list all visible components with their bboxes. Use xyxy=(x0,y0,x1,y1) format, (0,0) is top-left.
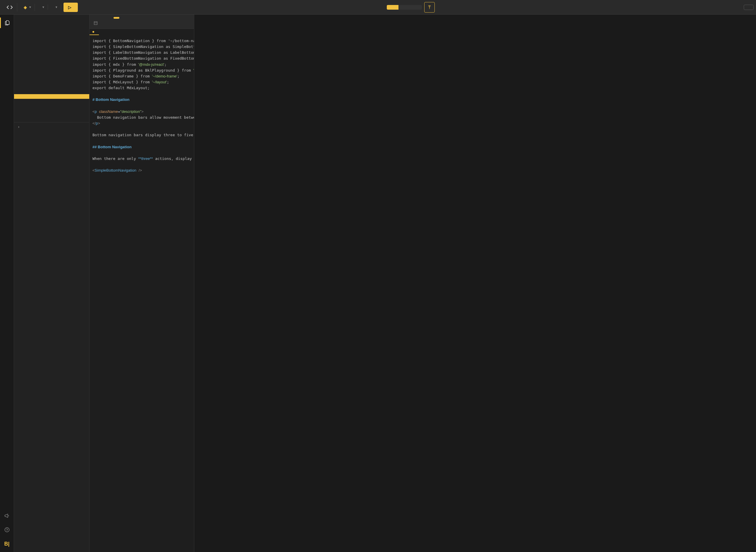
chevron-down-icon: ▼ xyxy=(55,6,58,9)
files-rail-button[interactable] xyxy=(2,17,12,28)
modified-indicator-icon xyxy=(92,31,94,33)
chevron-right-icon: › xyxy=(18,125,19,129)
diamond-icon: ◈ xyxy=(24,5,27,10)
megaphone-icon xyxy=(4,513,10,519)
activity-rail: B| xyxy=(0,15,14,552)
sidebar-item-typography[interactable] xyxy=(14,33,89,38)
svg-rect-3 xyxy=(94,22,97,25)
branch-selector[interactable]: ▼ xyxy=(50,4,61,10)
chevron-down-icon: ▼ xyxy=(29,6,31,9)
sidebar-item-app-bar[interactable] xyxy=(14,76,89,80)
tab-code[interactable] xyxy=(387,5,399,10)
play-icon: ▷ xyxy=(68,5,72,10)
help-icon xyxy=(4,527,10,533)
announce-rail-button[interactable] xyxy=(2,511,12,521)
sidebar-item-card[interactable] xyxy=(14,80,89,85)
sidebar: › xyxy=(14,15,90,552)
section-surfaces xyxy=(14,66,89,71)
sidebar-item-dialog[interactable] xyxy=(14,52,89,57)
topbar: ◈ ▼ ▼ ▼ ▷ xyxy=(0,0,756,15)
sidebar-item-accordion[interactable] xyxy=(14,71,89,76)
start-button[interactable]: ▷ xyxy=(64,3,78,12)
podcast-icon xyxy=(427,5,432,10)
sidebar-item-drawer[interactable] xyxy=(14,104,89,108)
code-editor[interactable]: import { BottomNavigation } from '~/bott… xyxy=(90,35,194,552)
breadcrumb-stories[interactable] xyxy=(100,17,105,19)
sidebar-item-pagination[interactable] xyxy=(14,118,89,122)
svg-point-2 xyxy=(7,531,7,531)
breadcrumb-doc[interactable] xyxy=(114,17,119,19)
design-system-selector[interactable]: ▼ xyxy=(37,4,48,10)
logo-button[interactable] xyxy=(2,3,17,12)
tab-review[interactable] xyxy=(399,5,410,10)
chevron-down-icon: ▼ xyxy=(42,6,45,9)
view-mode-tabs xyxy=(387,5,422,10)
workspace-selector[interactable]: ◈ ▼ xyxy=(20,4,35,11)
sidebar-item-link[interactable] xyxy=(14,108,89,113)
sidebar-item-list[interactable] xyxy=(14,19,89,24)
sidebar-item-backdrop[interactable] xyxy=(14,47,89,52)
sidebar-item-tooltip[interactable] xyxy=(14,29,89,33)
sidebar-item-bottom-navigation[interactable] xyxy=(14,94,89,99)
breadcrumbs xyxy=(90,15,194,29)
sidebar-item-menu[interactable] xyxy=(14,113,89,118)
sidebar-item-breadcrumbs[interactable] xyxy=(14,99,89,104)
backlight-rail-button[interactable]: B| xyxy=(2,539,12,549)
section-packages xyxy=(14,15,89,19)
layout-icon[interactable] xyxy=(92,20,191,26)
section-feedback xyxy=(14,38,89,43)
code-icon xyxy=(6,4,13,11)
editor-panel: import { BottomNavigation } from '~/bott… xyxy=(90,15,194,552)
root-files-toggle[interactable]: › xyxy=(14,122,89,131)
podcast-icon-button[interactable] xyxy=(424,2,435,13)
svg-point-0 xyxy=(429,6,430,7)
breadcrumb-src[interactable] xyxy=(92,17,98,19)
section-navigation xyxy=(14,90,89,94)
sidebar-item-alert[interactable] xyxy=(14,43,89,47)
files-icon xyxy=(4,20,10,26)
help-rail-button[interactable] xyxy=(2,525,12,535)
file-tab-doc[interactable] xyxy=(90,29,99,35)
signin-button[interactable] xyxy=(744,5,754,10)
sidebar-item-paper[interactable] xyxy=(14,85,89,90)
sidebar-item-progress[interactable] xyxy=(14,57,89,61)
sidebar-item-skeleton[interactable] xyxy=(14,61,89,66)
breadcrumb-design[interactable] xyxy=(120,17,126,19)
breadcrumb-test[interactable] xyxy=(106,17,112,19)
sidebar-item-table[interactable] xyxy=(14,24,89,29)
tab-doc[interactable] xyxy=(410,5,422,10)
svg-point-1 xyxy=(5,528,9,532)
